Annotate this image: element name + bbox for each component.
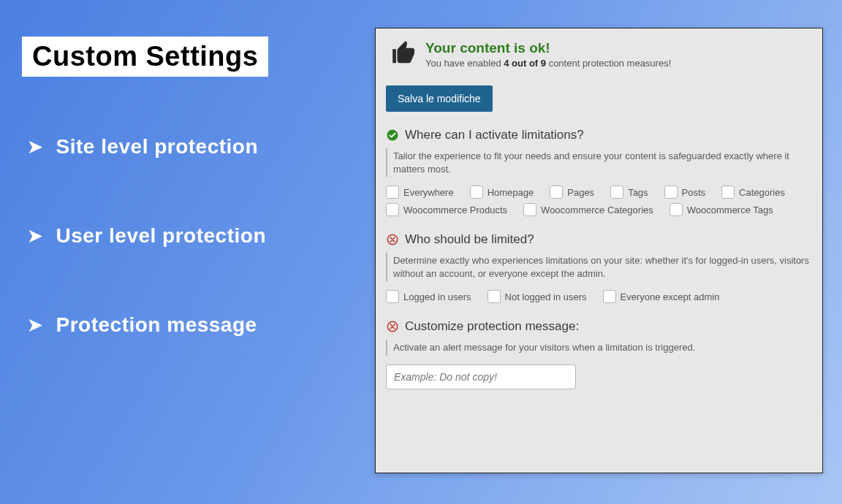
page-title: Custom Settings (22, 37, 268, 77)
section-where-checks: Everywhere Homepage Pages Tags Posts Cat… (386, 186, 812, 216)
section-where: Where can I activate limitations? Tailor… (386, 128, 812, 216)
check-not-logged-in[interactable]: Not logged in users (488, 290, 587, 303)
bullet-label: User level protection (56, 224, 266, 248)
section-who-desc: Determine exactly who experiences limita… (386, 253, 812, 281)
checkbox-icon (523, 203, 536, 216)
cross-circle-icon (386, 233, 399, 246)
settings-panel: Your content is ok! You have enabled 4 o… (375, 28, 823, 473)
thumbs-up-icon (390, 39, 418, 69)
checkbox-icon (721, 186, 735, 199)
check-woo-tags[interactable]: Woocommerce Tags (670, 203, 773, 216)
status-text: Your content is ok! You have enabled 4 o… (425, 40, 671, 69)
check-posts[interactable]: Posts (664, 186, 706, 199)
status-title: Your content is ok! (425, 40, 671, 56)
bullet-protection-message: ➤ Protection message (28, 313, 349, 337)
bullet-label: Site level protection (56, 135, 259, 159)
checkbox-icon (670, 203, 683, 216)
bullet-user-level: ➤ User level protection (28, 224, 349, 248)
check-pages[interactable]: Pages (550, 186, 594, 199)
checkbox-icon (664, 186, 678, 199)
section-message-title: Customize protection message: (405, 319, 579, 334)
section-message: Customize protection message: Activate a… (386, 319, 812, 389)
checkbox-icon (386, 186, 399, 199)
check-homepage[interactable]: Homepage (470, 186, 534, 199)
checkbox-icon (610, 186, 623, 199)
status-row: Your content is ok! You have enabled 4 o… (386, 39, 812, 69)
checkbox-icon (488, 290, 501, 303)
check-circle-icon (386, 129, 399, 142)
check-tags[interactable]: Tags (610, 186, 648, 199)
check-logged-in[interactable]: Logged in users (386, 290, 471, 303)
section-where-desc: Tailor the experience to fit your needs … (386, 148, 812, 177)
checkbox-icon (550, 186, 563, 199)
section-where-title: Where can I activate limitations? (405, 128, 584, 142)
section-who-title: Who should be limited? (405, 232, 534, 247)
check-woo-categories[interactable]: Woocommerce Categories (523, 203, 653, 216)
arrow-right-icon: ➤ (28, 227, 43, 245)
save-button[interactable]: Salva le modifiche (386, 85, 493, 112)
checkbox-icon (386, 203, 399, 216)
check-except-admin[interactable]: Everyone except admin (603, 290, 720, 303)
bullet-label: Protection message (56, 313, 257, 337)
cross-circle-icon (386, 320, 399, 333)
check-everywhere[interactable]: Everywhere (386, 186, 454, 199)
section-who-checks: Logged in users Not logged in users Ever… (386, 290, 812, 303)
feature-bullets: ➤ Site level protection ➤ User level pro… (28, 135, 349, 402)
protection-message-input[interactable] (386, 364, 576, 389)
arrow-right-icon: ➤ (28, 138, 43, 156)
check-categories[interactable]: Categories (721, 186, 785, 199)
section-who: Who should be limited? Determine exactly… (386, 232, 812, 303)
check-woo-products[interactable]: Woocommerce Products (386, 203, 507, 216)
checkbox-icon (603, 290, 616, 303)
status-subtitle: You have enabled 4 out of 9 content prot… (425, 58, 671, 69)
section-message-desc: Activate an alert message for your visit… (386, 340, 812, 356)
checkbox-icon (470, 186, 483, 199)
bullet-site-level: ➤ Site level protection (28, 135, 349, 159)
arrow-right-icon: ➤ (28, 316, 43, 334)
checkbox-icon (386, 290, 399, 303)
